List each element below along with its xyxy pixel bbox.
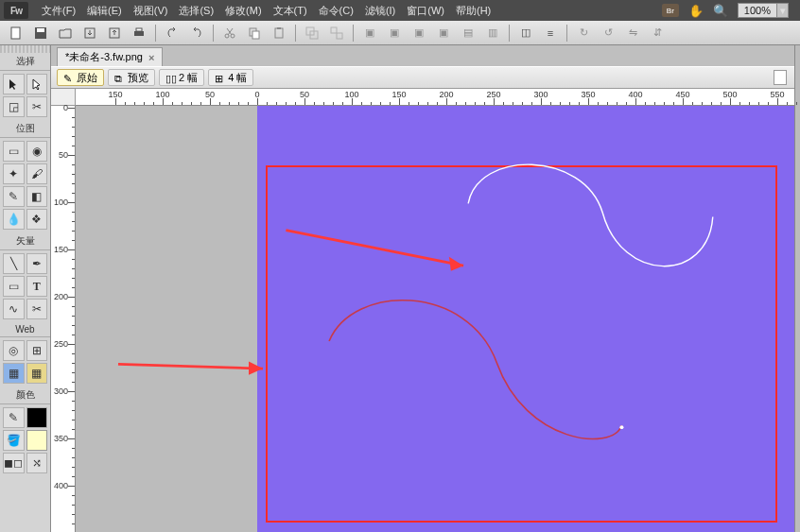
scale-tool[interactable]: ◲	[3, 96, 25, 117]
svg-rect-15	[331, 27, 337, 33]
toolbar-separator	[509, 25, 510, 42]
subselect-tool[interactable]	[26, 74, 48, 94]
canvas-viewport[interactable]: 1501005005010015020025030035040045050055…	[51, 89, 794, 532]
bring-forward-button[interactable]: ▣	[384, 24, 405, 43]
ungroup-button[interactable]	[326, 24, 347, 43]
svg-rect-5	[134, 31, 144, 36]
svg-rect-6	[136, 28, 142, 31]
print-button[interactable]	[129, 24, 149, 43]
canvas[interactable]	[76, 106, 794, 532]
menu-file[interactable]: 文件(F)	[36, 4, 81, 18]
align-button[interactable]: ▤	[458, 24, 478, 43]
document-area: *未命名-3.fw.png × ✎ 原始 ⧉ 预览 ▯▯ 2 幅 ⊞	[51, 45, 794, 532]
slice-tool[interactable]: ⊞	[26, 340, 48, 361]
copy-button[interactable]	[244, 24, 265, 43]
svg-rect-16	[337, 33, 342, 39]
annotation-arrow-2	[118, 362, 263, 375]
default-colors-button[interactable]: ◼◻	[3, 453, 25, 473]
menu-filters[interactable]: 滤镜(I)	[359, 4, 401, 18]
save-button[interactable]	[30, 24, 51, 43]
svg-rect-10	[252, 31, 259, 39]
rotate-cw-button[interactable]: ↻	[573, 24, 594, 43]
main-toolbar: ▣ ▣ ▣ ▣ ▤ ▥ ◫ ≡ ↻ ↺ ⇋ ⇵	[0, 21, 800, 45]
group-button[interactable]	[302, 24, 322, 43]
toolbar-separator	[155, 25, 156, 42]
blur-tool[interactable]: 💧	[3, 209, 25, 230]
menu-edit[interactable]: 编辑(E)	[81, 4, 128, 18]
menu-commands[interactable]: 命令(C)	[313, 4, 359, 18]
knife-tool[interactable]: ✂	[26, 299, 48, 319]
wand-tool[interactable]: ✦	[3, 163, 25, 184]
stamp-tool[interactable]: ❖	[26, 209, 48, 230]
pen-tool[interactable]: ✒	[26, 253, 48, 274]
horizontal-ruler[interactable]: 1501005005010015020025030035040045050055…	[76, 89, 794, 106]
marquee-tool[interactable]: ▭	[3, 141, 25, 162]
vertical-ruler[interactable]: 050100150200250300350400	[51, 106, 76, 532]
toolbox-section-vector: 矢量	[0, 232, 50, 250]
fill-color-swatch[interactable]	[26, 430, 48, 451]
zoom-tool-icon[interactable]: 🔍	[713, 4, 728, 18]
document-tab-title: *未命名-3.fw.png	[65, 50, 143, 64]
view-2up-button[interactable]: ▯▯ 2 幅	[159, 69, 204, 86]
redo-button[interactable]	[186, 24, 207, 43]
paste-button[interactable]	[269, 24, 289, 43]
align-button-2[interactable]: ▥	[482, 24, 503, 43]
swap-colors-button[interactable]: ⤭	[26, 453, 48, 473]
send-back-button[interactable]: ▣	[433, 24, 454, 43]
show-slice-button[interactable]: ▦	[26, 363, 48, 384]
lasso-tool[interactable]: ◉	[26, 141, 48, 162]
pointer-tool[interactable]	[3, 74, 25, 94]
menu-window[interactable]: 窗口(W)	[401, 4, 450, 18]
menu-modify[interactable]: 修改(M)	[219, 4, 268, 18]
text-tool[interactable]: T	[26, 276, 48, 297]
new-file-button[interactable]	[6, 24, 26, 43]
toolbox-section-bitmap: 位图	[0, 120, 50, 138]
toolbox-panel: 选择 ◲ ✂ 位图 ▭ ◉ ✦ 🖌 ✎ ◧ 💧 ❖ 矢量 ╲ ✒	[0, 45, 51, 532]
flip-v-button[interactable]: ⇵	[647, 24, 668, 43]
freeform-tool[interactable]: ∿	[3, 299, 25, 319]
page-icon[interactable]	[774, 70, 787, 85]
distribute-button[interactable]: ≡	[540, 24, 561, 43]
hotspot-tool[interactable]: ◎	[3, 340, 25, 361]
open-button[interactable]	[55, 24, 76, 43]
stroke-color-swatch[interactable]	[26, 407, 48, 428]
panel-grip[interactable]	[0, 45, 50, 53]
menu-select[interactable]: 选择(S)	[173, 4, 219, 18]
bridge-button[interactable]: Br	[662, 4, 679, 17]
menu-help[interactable]: 帮助(H)	[450, 4, 496, 18]
zoom-dropdown-icon[interactable]: ▾	[777, 3, 789, 18]
hide-slice-button[interactable]: ▦	[3, 363, 25, 384]
bring-front-button[interactable]: ▣	[359, 24, 380, 43]
rotate-ccw-button[interactable]: ↺	[598, 24, 618, 43]
crop-tool[interactable]: ✂	[26, 96, 48, 117]
brush-tool[interactable]: 🖌	[26, 163, 48, 184]
right-panel-collapsed[interactable]	[794, 45, 800, 532]
two-up-icon: ▯▯	[165, 73, 176, 83]
svg-line-19	[118, 364, 263, 369]
send-backward-button[interactable]: ▣	[409, 24, 429, 43]
export-button[interactable]	[104, 24, 125, 43]
transform-button[interactable]: ◫	[515, 24, 536, 43]
cut-button[interactable]	[219, 24, 240, 43]
view-original-button[interactable]: ✎ 原始	[57, 69, 104, 86]
close-tab-icon[interactable]: ×	[148, 52, 154, 63]
svg-marker-20	[249, 362, 263, 375]
import-button[interactable]	[79, 24, 100, 43]
rectangle-tool[interactable]: ▭	[3, 276, 25, 297]
menu-view[interactable]: 视图(V)	[128, 4, 174, 18]
pencil-tool[interactable]: ✎	[3, 186, 25, 207]
flip-h-button[interactable]: ⇋	[622, 24, 643, 43]
hand-tool-icon[interactable]: ✋	[688, 4, 704, 18]
svg-rect-2	[37, 28, 44, 32]
view-4up-button[interactable]: ⊞ 4 幅	[208, 69, 253, 86]
stroke-color-picker[interactable]: ✎	[3, 407, 25, 428]
view-preview-button[interactable]: ⧉ 预览	[108, 69, 155, 86]
eraser-tool[interactable]: ◧	[26, 186, 48, 207]
line-tool[interactable]: ╲	[3, 253, 25, 274]
fill-color-picker[interactable]: 🪣	[3, 430, 25, 451]
zoom-level-field[interactable]: 100%	[738, 3, 777, 18]
undo-button[interactable]	[162, 24, 183, 43]
four-up-icon: ⊞	[215, 73, 225, 83]
menu-text[interactable]: 文本(T)	[268, 4, 313, 18]
document-tab[interactable]: *未命名-3.fw.png ×	[57, 47, 163, 66]
